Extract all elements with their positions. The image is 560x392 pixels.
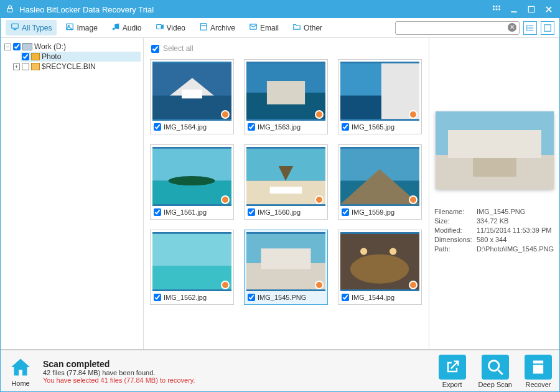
filter-tab-audio[interactable]: Audio <box>106 20 147 35</box>
thumbnail-card[interactable]: IMG_1563.jpg <box>244 59 328 134</box>
thumbnail-card[interactable]: IMG_1544.jpg <box>338 230 422 305</box>
recover-icon <box>525 355 552 380</box>
thumbnail-checkbox[interactable] <box>248 208 255 216</box>
thumbnail-card[interactable]: IMG_1564.jpg <box>150 59 234 134</box>
svg-rect-33 <box>182 90 202 98</box>
music-icon <box>111 22 120 33</box>
folder-tree: − Work (D:) Photo + $RECYCLE.BIN <box>1 38 144 349</box>
tree-root[interactable]: − Work (D:) <box>3 42 141 52</box>
svg-rect-0 <box>7 8 12 12</box>
window-controls <box>491 4 554 15</box>
svg-point-57 <box>390 248 396 254</box>
tree-item-recycle[interactable]: + $RECYCLE.BIN <box>12 62 141 72</box>
filter-tab-label: Archive <box>210 24 235 32</box>
bottom-bar: Home Scan completed 42 files (77.84 MB) … <box>1 349 559 392</box>
status-badge-icon <box>315 195 324 204</box>
filter-tab-video[interactable]: Video <box>151 20 190 35</box>
title-bar: Hasleo BitLocker Data Recovery Trial <box>1 1 559 18</box>
folder-icon <box>31 53 40 60</box>
clear-search-icon[interactable]: ✕ <box>508 23 516 32</box>
thumbnail-checkbox[interactable] <box>248 123 255 131</box>
filter-bar: All TypesImageAudioVideoArchiveEmailOthe… <box>1 18 559 38</box>
thumbnail-image <box>246 232 325 291</box>
thumbnail-card[interactable]: IMG_1565.jpg <box>338 59 422 134</box>
svg-point-55 <box>350 254 409 284</box>
svg-point-26 <box>526 25 527 26</box>
folder-icon <box>292 22 301 33</box>
status-badge-icon <box>409 195 418 204</box>
filter-tab-label: Other <box>304 24 322 32</box>
preview-panel: Filename: IMG_1545.PNG Size: 334.72 KB M… <box>429 38 559 349</box>
svg-rect-36 <box>267 81 305 105</box>
status-selected: You have selected 41 files (77.84 MB) to… <box>43 376 195 384</box>
svg-rect-61 <box>473 158 516 177</box>
tree-item-photo[interactable]: Photo <box>21 52 141 62</box>
meta-label: Size: <box>434 217 477 225</box>
thumbnail-filename: IMG_1562.jpg <box>164 294 207 301</box>
export-icon <box>439 355 466 380</box>
thumbnail-filename: IMG_1544.jpg <box>352 294 394 301</box>
thumbnail-checkbox[interactable] <box>342 208 349 216</box>
home-button[interactable]: Home <box>8 356 33 387</box>
svg-rect-31 <box>152 96 231 119</box>
filter-tab-other[interactable]: Other <box>287 20 327 35</box>
recover-label: Recover <box>526 381 551 388</box>
search-input[interactable] <box>395 21 520 35</box>
thumbnail-checkbox[interactable] <box>154 294 161 301</box>
recover-button[interactable]: Recover <box>525 355 552 388</box>
tree-checkbox[interactable] <box>13 43 21 50</box>
collapse-icon[interactable]: − <box>4 44 11 50</box>
maximize-icon[interactable] <box>526 4 537 15</box>
thumbnail-checkbox[interactable] <box>248 294 255 301</box>
close-icon[interactable] <box>543 4 554 15</box>
folder-icon <box>31 63 40 70</box>
status-found: 42 files (77.84 MB) have been found. <box>43 369 195 376</box>
select-all-row[interactable]: Select all <box>151 44 421 53</box>
drive-icon <box>22 43 32 50</box>
thumbnail-card[interactable]: IMG_1560.jpg <box>244 144 328 220</box>
minimize-icon[interactable] <box>508 4 520 15</box>
svg-rect-11 <box>12 24 19 28</box>
tree-checkbox[interactable] <box>22 63 29 70</box>
thumbnail-image <box>340 232 419 291</box>
thumbnail-card[interactable]: IMG_1561.jpg <box>150 144 234 220</box>
filter-tab-image[interactable]: Image <box>60 20 102 35</box>
thumbnail-image <box>340 62 419 121</box>
thumbnail-card[interactable]: IMG_1562.jpg <box>150 230 234 305</box>
list-view-button[interactable] <box>523 21 537 35</box>
menu-icon[interactable] <box>491 4 502 15</box>
tree-checkbox[interactable] <box>22 53 29 60</box>
thumbnail-checkbox[interactable] <box>154 123 161 131</box>
thumbnail-image <box>152 62 231 121</box>
thumbnail-checkbox[interactable] <box>342 123 349 131</box>
thumbnail-gallery: Select all IMG_1564.jpgIMG_1563.jpgIMG_1… <box>144 38 429 349</box>
meta-label: Modified: <box>434 226 477 234</box>
status-badge-icon <box>221 195 230 204</box>
main-area: − Work (D:) Photo + $RECYCLE.BIN Select … <box>1 38 559 349</box>
thumbnail-image <box>152 232 231 291</box>
filter-tab-archive[interactable]: Archive <box>194 20 240 35</box>
thumbnail-filename: IMG_1560.jpg <box>258 208 301 216</box>
filter-tab-all-types[interactable]: All Types <box>6 20 57 35</box>
expand-icon[interactable]: + <box>13 63 20 70</box>
thumbnail-filename: IMG_1565.jpg <box>352 123 394 131</box>
grid-view-button[interactable] <box>541 21 554 35</box>
export-button[interactable]: Export <box>439 355 466 388</box>
svg-point-56 <box>360 248 367 254</box>
thumbnail-checkbox[interactable] <box>342 294 349 301</box>
svg-line-63 <box>498 370 502 375</box>
svg-rect-49 <box>152 234 231 266</box>
svg-rect-1 <box>493 6 495 7</box>
deep-scan-button[interactable]: Deep Scan <box>478 355 512 388</box>
thumbnail-card[interactable]: IMG_1545.PNG <box>244 230 328 305</box>
thumbnail-checkbox[interactable] <box>154 208 161 216</box>
thumbnail-filename: IMG_1563.jpg <box>258 123 301 131</box>
filter-tab-email[interactable]: Email <box>244 20 284 35</box>
meta-size: 334.72 KB <box>477 217 554 225</box>
select-all-checkbox[interactable] <box>151 45 159 53</box>
svg-point-62 <box>488 361 498 371</box>
thumbnail-card[interactable]: IMG_1559.jpg <box>338 144 422 220</box>
thumbnail-filename: IMG_1561.jpg <box>164 208 207 216</box>
thumbnail-filename: IMG_1564.jpg <box>164 123 207 131</box>
svg-rect-2 <box>496 6 498 7</box>
